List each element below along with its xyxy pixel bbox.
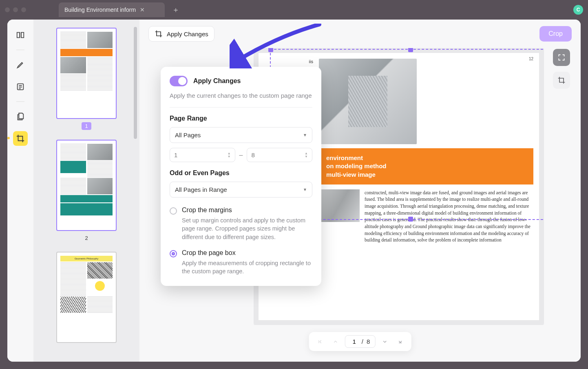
- crop-pagebox-radio[interactable]: [170, 250, 177, 257]
- next-page-button[interactable]: [378, 336, 391, 348]
- crop-margins-radio[interactable]: [170, 207, 177, 215]
- odd-even-select[interactable]: All Pages in Range ▼: [170, 182, 312, 198]
- popover-description: Apply the current changes to the custom …: [170, 91, 312, 100]
- first-page-button[interactable]: [314, 336, 326, 348]
- rail-crop-icon[interactable]: [13, 131, 28, 146]
- crop-margins-desc: Set up margin controls and apply to the …: [182, 216, 312, 241]
- rail-notes-icon[interactable]: [13, 79, 28, 94]
- fullscreen-icon[interactable]: [553, 49, 570, 66]
- page-number-field[interactable]: / 8: [345, 335, 376, 348]
- avatar-initial: C: [577, 7, 580, 13]
- range-dash: –: [239, 152, 243, 159]
- thumbnail-scrollbar[interactable]: [134, 27, 137, 139]
- chevron-down-icon: ▼: [303, 187, 307, 192]
- crop-handle-nw[interactable]: [268, 48, 273, 52]
- rail-reader-icon[interactable]: [13, 28, 28, 42]
- range-from-stepper[interactable]: ▲▼: [170, 148, 235, 162]
- page-navigator: / 8: [309, 332, 411, 351]
- user-avatar[interactable]: C: [573, 5, 583, 15]
- canvas-side-tools: [553, 49, 570, 89]
- crop-icon: [155, 30, 163, 38]
- rail-highlighter-icon[interactable]: [13, 57, 28, 72]
- crop-preset-icon[interactable]: [553, 72, 570, 89]
- close-tab-icon[interactable]: ✕: [140, 7, 145, 13]
- page-thumbnail-3[interactable]: Geometric Philosophy: [56, 252, 117, 343]
- page-separator: /: [362, 338, 363, 345]
- page-thumbnail-1[interactable]: [56, 28, 117, 119]
- page-range-value: All Pages: [175, 132, 201, 138]
- apply-changes-button[interactable]: Apply Changes: [148, 26, 214, 42]
- crop-handle-n[interactable]: [408, 48, 413, 52]
- window-titlebar: Building Environment inform ✕ ＋ C: [0, 0, 588, 20]
- prev-page-button[interactable]: [329, 336, 342, 348]
- thumbnail-number: 2: [82, 234, 91, 242]
- page-range-heading: Page Range: [170, 115, 312, 122]
- apply-changes-toggle[interactable]: [170, 76, 188, 86]
- rail-divider: [16, 50, 24, 50]
- crop-mode-radio-group: Crop the margins Set up margin controls …: [170, 206, 312, 275]
- crop-handle-s[interactable]: [408, 217, 413, 222]
- new-tab-button[interactable]: ＋: [172, 5, 179, 15]
- maximize-window-dot[interactable]: [21, 7, 26, 12]
- total-pages: 8: [367, 338, 370, 345]
- chevron-down-icon: ▼: [303, 133, 307, 137]
- odd-even-value: All Pages in Range: [175, 186, 227, 193]
- stepper-arrows[interactable]: ▲▼: [228, 152, 231, 158]
- thumbnail-item[interactable]: 2: [46, 140, 127, 242]
- thumbnail-panel: 1 2 Geometric Philosophy: [33, 20, 139, 362]
- tab-title: Building Environment inform: [64, 7, 136, 13]
- page-thumbnail-2[interactable]: [56, 140, 117, 231]
- thumbnail-number: 1: [82, 122, 91, 130]
- odd-even-heading: Odd or Even Pages: [170, 169, 312, 177]
- minimize-window-dot[interactable]: [13, 7, 18, 12]
- apply-changes-label: Apply Changes: [167, 31, 208, 37]
- range-from-input[interactable]: [174, 152, 190, 158]
- rail-divider: [16, 101, 24, 102]
- range-to-stepper[interactable]: ▲▼: [247, 148, 312, 162]
- close-window-dot[interactable]: [5, 7, 10, 12]
- crop-margins-title: Crop the margins: [182, 206, 312, 214]
- popover-title: Apply Changes: [193, 77, 241, 85]
- thumbnail-item[interactable]: 1: [46, 28, 127, 130]
- thumb3-title: Geometric Philosophy: [60, 256, 113, 261]
- page-range-select[interactable]: All Pages ▼: [170, 127, 312, 143]
- last-page-button[interactable]: [394, 336, 406, 348]
- current-page-input[interactable]: [350, 338, 358, 345]
- apply-changes-popover: Apply Changes Apply the current changes …: [161, 67, 321, 286]
- app-window: 1 2 Geometric Philosophy: [7, 20, 581, 362]
- thumbnail-item[interactable]: Geometric Philosophy: [46, 252, 127, 343]
- traffic-lights: [5, 7, 26, 12]
- crop-pagebox-title: Crop the page box: [182, 249, 312, 257]
- toolbar: Apply Changes Crop: [139, 20, 581, 48]
- crop-button-label: Crop: [548, 30, 563, 37]
- crop-pagebox-desc: Apply the measurements of cropping recta…: [182, 259, 312, 276]
- divider: [170, 107, 312, 108]
- crop-button[interactable]: Crop: [539, 26, 572, 42]
- rail-pages-icon[interactable]: [13, 109, 28, 124]
- range-to-input[interactable]: [251, 152, 267, 158]
- left-rail: [7, 20, 33, 362]
- stepper-arrows[interactable]: ▲▼: [305, 152, 308, 158]
- document-tab[interactable]: Building Environment inform ✕: [59, 2, 165, 17]
